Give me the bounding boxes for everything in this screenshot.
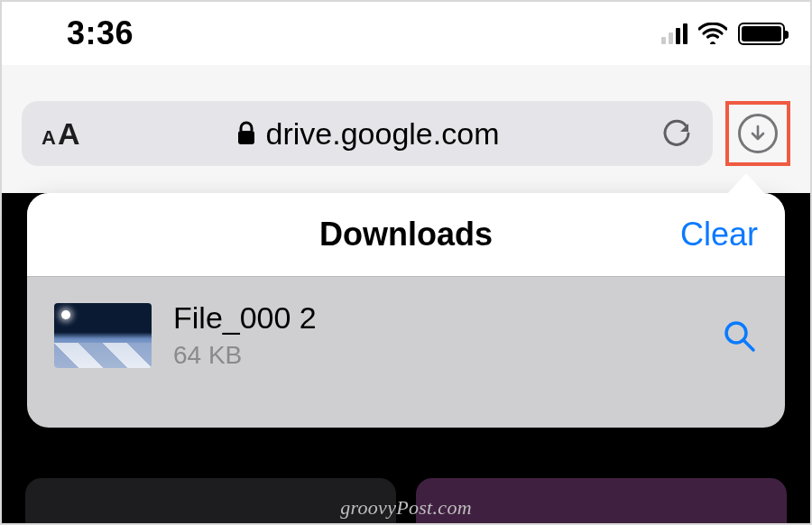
toolbar: AA drive.google.com [2, 65, 810, 193]
reload-button[interactable] [660, 117, 693, 150]
popover-title: Downloads [319, 216, 493, 253]
download-filesize: 64 KB [173, 341, 317, 370]
download-item[interactable]: File_000 2 64 KB [27, 276, 785, 393]
wifi-icon [698, 23, 727, 44]
downloads-button[interactable] [738, 114, 778, 153]
lock-icon [235, 120, 257, 147]
download-meta: File_000 2 64 KB [173, 300, 317, 370]
popover-header: Downloads Clear [27, 193, 785, 276]
popover-arrow [726, 173, 766, 195]
clear-button[interactable]: Clear [680, 193, 758, 276]
background-tiles [25, 478, 787, 523]
address-bar[interactable]: AA drive.google.com [22, 101, 713, 166]
status-time: 3:36 [67, 14, 134, 52]
text-size-button[interactable]: AA [42, 116, 79, 152]
downloads-button-highlight [725, 101, 790, 166]
svg-point-1 [726, 323, 746, 343]
cellular-icon [661, 23, 687, 44]
svg-rect-0 [238, 131, 254, 144]
status-bar: 3:36 [2, 2, 810, 65]
battery-icon [738, 23, 785, 45]
reveal-in-files-button[interactable] [720, 317, 758, 355]
svg-line-2 [744, 341, 753, 350]
status-icons [661, 23, 785, 45]
url-text: drive.google.com [266, 116, 500, 152]
download-thumbnail [54, 303, 152, 368]
page-content: Downloads Clear File_000 2 64 KB [2, 193, 810, 523]
download-filename: File_000 2 [173, 300, 317, 336]
downloads-popover: Downloads Clear File_000 2 64 KB [27, 193, 785, 428]
